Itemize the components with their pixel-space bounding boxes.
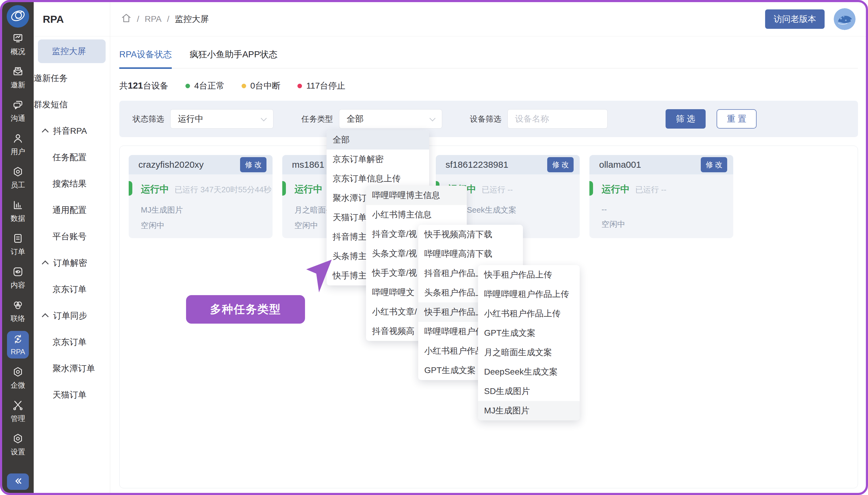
sidebar-item-label: 员工 [11, 180, 25, 190]
dropdown-option[interactable]: GPT生成文案 [478, 323, 580, 343]
menu-item-label: 群发短信 [34, 99, 68, 110]
legacy-version-button[interactable]: 访问老版本 [765, 10, 824, 29]
device-card: crazyfish2020xy修 改 运行中已运行 347天20时55分44秒 … [129, 155, 272, 238]
status-filter-select[interactable]: 运行中 [170, 109, 273, 129]
sidebar-item-manage[interactable]: 管理 [2, 395, 34, 428]
red-dot-icon [297, 84, 302, 88]
dropdown-option[interactable]: 小红书博主信息 [366, 205, 467, 224]
status-running: 运行中 [602, 183, 630, 195]
dropdown-option[interactable]: 哔哩哔哩博主信息 [366, 186, 467, 205]
menu-item-search-results[interactable]: 搜索结果 [34, 170, 110, 197]
menu-item-label: 通用配置 [52, 204, 86, 216]
dropdown-option[interactable]: 月之暗面生成文案 [478, 343, 580, 362]
dropdown-option[interactable]: 哔哩哔哩租户作品上传 [478, 285, 580, 304]
sidebar-item-staff[interactable]: 员工 [2, 161, 34, 194]
current-task: DeepSeek生成文案 [448, 205, 580, 215]
annotation-badge: 多种任务类型 [186, 295, 305, 324]
dropdown-option[interactable]: 快手视频高清下载 [418, 225, 523, 244]
menu-item-monitor-screen[interactable]: 监控大屏 [38, 39, 106, 63]
sidebar-item-wecom[interactable]: 企微 [2, 361, 34, 395]
menu-item-invite-tasks[interactable]: 邀新任务 [34, 65, 110, 91]
reset-button[interactable]: 重 置 [717, 109, 757, 129]
sidebar-item-invite[interactable]: 邀新 [2, 61, 34, 94]
app-window: 概况 邀新 沟通 用户 员工 [0, 0, 868, 495]
device-name-input[interactable] [507, 109, 607, 129]
sidebar-item-rpa[interactable]: RPA [2, 328, 34, 361]
chevron-down-icon [261, 115, 267, 121]
menu-item-platform-accounts[interactable]: 平台账号 [34, 223, 110, 250]
menu-item-jd-orders-decrypt[interactable]: 京东订单 [34, 276, 110, 302]
dropdown-option[interactable]: DeepSeek生成文案 [478, 362, 580, 381]
breadcrumb-current: 监控大屏 [175, 13, 209, 25]
sidebar-title: RPA [34, 2, 110, 36]
menu-item-label: 天猫订单 [52, 389, 86, 401]
task-type-select[interactable]: 全部 [339, 109, 442, 129]
menu-item-label: 监控大屏 [52, 46, 86, 57]
sidebar-item-settings[interactable]: 设置 [2, 428, 34, 461]
sidebar-item-data[interactable]: 数据 [2, 194, 34, 228]
status-running: 运行中 [141, 183, 169, 195]
sidebar-item-orders[interactable]: 订单 [2, 228, 34, 261]
collapse-sidebar-button[interactable] [7, 474, 29, 490]
sidebar-item-label: 企微 [11, 380, 25, 390]
menu-item-bulk-sms[interactable]: 群发短信 [34, 91, 110, 118]
sidebar-item-chat[interactable]: 沟通 [2, 94, 34, 128]
home-icon[interactable] [121, 13, 131, 25]
dropdown-option[interactable]: 京东订单解密 [327, 150, 429, 169]
status-segment-stopped: 117台停止 [297, 80, 345, 91]
sidebar-item-users[interactable]: 用户 [2, 128, 34, 161]
yellow-dot-icon [241, 84, 246, 88]
menu-list: 监控大屏 邀新任务 群发短信 抖音RPA 任务配置 搜索结果 通用配置 平台账号… [34, 36, 110, 408]
chat-bubbles-icon [12, 99, 24, 112]
edit-button[interactable]: 修 改 [547, 157, 573, 172]
menu-item-label: 搜索结果 [52, 178, 86, 190]
chevron-up-icon [42, 128, 49, 135]
sidebar-item-label: 沟通 [11, 114, 25, 123]
menu-item-jushuitan-orders[interactable]: 聚水潭订单 [34, 355, 110, 381]
chevron-down-icon [430, 115, 435, 121]
menu-group-order-decrypt[interactable]: 订单解密 [34, 250, 110, 276]
dropdown-option[interactable]: SD生成图片 [478, 381, 580, 401]
tab-rpa-device-status[interactable]: RPA设备状态 [119, 49, 172, 69]
icon-sidebar: 概况 邀新 沟通 用户 员工 [2, 2, 34, 493]
menu-item-task-config[interactable]: 任务配置 [34, 144, 110, 170]
filter-button[interactable]: 筛 选 [666, 109, 706, 129]
dropdown-option[interactable]: 全部 [327, 130, 429, 150]
device-total-count: 121 [128, 80, 143, 90]
dropdown-option[interactable]: MJ生成图片 [478, 401, 580, 421]
task-type-dropdown-level4: 快手租户作品上传 哔哩哔哩租户作品上传 小红书租户作品上传 GPT生成文案 月之… [478, 265, 580, 421]
idle-status: 空闲中 [141, 220, 272, 231]
green-dot-icon [185, 84, 190, 88]
edit-button[interactable]: 修 改 [701, 157, 727, 172]
dropdown-option[interactable]: 哔哩哔哩高清下载 [418, 244, 523, 263]
content-fish-icon [12, 266, 24, 279]
avatar[interactable] [834, 8, 855, 30]
menu-item-general-config[interactable]: 通用配置 [34, 197, 110, 223]
sidebar-item-content[interactable]: 内容 [2, 261, 34, 294]
menu-item-jd-orders-sync[interactable]: 京东订单 [34, 329, 110, 355]
breadcrumb-section[interactable]: RPA [145, 14, 162, 24]
filter-bar: 状态筛选 运行中 任务类型 全部 设备筛选 筛 选 重 置 [119, 101, 858, 137]
runtime: 已运行 -- [635, 184, 667, 195]
current-task: MJ生成图片 [141, 205, 272, 215]
rpa-sync-icon [12, 333, 24, 346]
chevron-up-icon [42, 313, 49, 320]
dropdown-option[interactable]: 小红书租户作品上传 [478, 304, 580, 323]
breadcrumb-separator: / [137, 14, 139, 24]
device-name: crazyfish2020xy [138, 159, 204, 170]
menu-item-label: 聚水潭订单 [52, 363, 95, 374]
tools-icon [12, 399, 24, 412]
dropdown-option[interactable]: 快手租户作品上传 [478, 265, 580, 285]
sidebar-item-label: 概况 [11, 47, 25, 56]
menu-group-order-sync[interactable]: 订单同步 [34, 302, 110, 329]
sidebar-item-overview[interactable]: 概况 [2, 28, 34, 61]
device-card: ollama001修 改 运行中已运行 -- -- 空闲中 [589, 155, 733, 238]
edit-button[interactable]: 修 改 [240, 157, 266, 172]
menu-group-douyin-rpa[interactable]: 抖音RPA [34, 118, 110, 144]
tab-app-status[interactable]: 疯狂小鱼助手APP状态 [189, 49, 278, 68]
device-summary: 共121台设备 4台正常 0台中断 117台停止 [119, 80, 858, 91]
sidebar-item-contacts[interactable]: 联络 [2, 294, 34, 328]
menu-item-tmall-orders[interactable]: 天猫订单 [34, 381, 110, 408]
app-logo [7, 5, 29, 28]
device-filter-label: 设备筛选 [470, 114, 501, 124]
